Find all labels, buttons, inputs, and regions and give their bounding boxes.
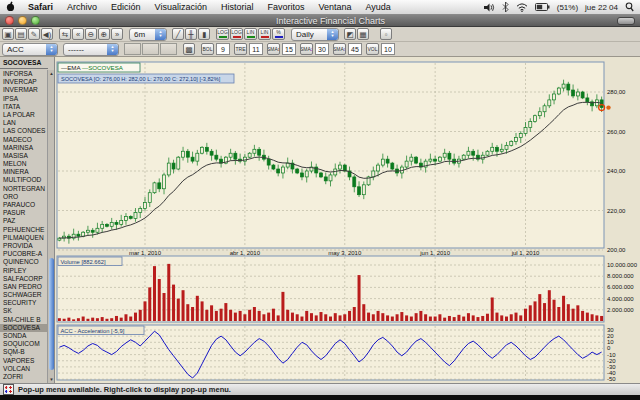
menu-clock[interactable]: jue 22 04 xyxy=(585,3,618,12)
price-pane[interactable] xyxy=(57,62,604,248)
forward-icon[interactable]: » xyxy=(111,28,123,40)
vol-value-field[interactable]: 10 xyxy=(381,43,395,55)
list-item[interactable]: ITATA xyxy=(0,103,48,111)
scroll-down-icon[interactable]: ▼ xyxy=(48,376,55,383)
line-chart-icon[interactable]: ╱ xyxy=(172,28,184,40)
list-item[interactable]: PARAUCO xyxy=(0,201,48,209)
list-item[interactable]: SCHWAGER xyxy=(0,291,48,299)
window-title-bar[interactable]: Interactive Financial Charts xyxy=(0,15,640,27)
scale-log-button[interactable]: LOG xyxy=(230,28,243,40)
list-item[interactable]: VAPORES xyxy=(0,357,48,365)
blank-segment[interactable] xyxy=(142,43,159,55)
list-item[interactable]: PAZ xyxy=(0,217,48,225)
blank-segment[interactable] xyxy=(160,43,177,55)
zoom-in-icon[interactable]: ⊕ xyxy=(98,28,110,40)
chart-window-icon[interactable]: ▣ xyxy=(2,28,14,40)
list-item[interactable]: ORO xyxy=(0,193,48,201)
sma-value-field[interactable]: 15 xyxy=(282,43,296,55)
list-item[interactable]: IPSA xyxy=(0,95,48,103)
indicator-dropdown[interactable]: ACC ▲▼ xyxy=(2,43,58,56)
list-item[interactable]: MELON xyxy=(0,160,48,168)
list-item[interactable]: SAN PEDRO xyxy=(0,283,48,291)
battery-icon[interactable] xyxy=(535,3,550,11)
list-item[interactable]: SOCOVESA xyxy=(0,324,48,332)
scale-lin-button[interactable]: LIN xyxy=(258,28,271,40)
sma-indicator-button[interactable]: SMA1 xyxy=(267,43,280,55)
period-dropdown[interactable]: 6m ▲▼ xyxy=(129,28,167,41)
list-item[interactable]: MINERA xyxy=(0,168,48,176)
edit-chart-icon[interactable]: ✎ xyxy=(28,28,40,40)
list-item[interactable]: LAS CONDES xyxy=(0,127,48,135)
scroll-up-icon[interactable]: ▲ xyxy=(48,70,55,77)
minimize-window-button[interactable] xyxy=(18,16,27,25)
detach-window-icon[interactable]: ▫ xyxy=(380,28,392,40)
wifi-icon[interactable] xyxy=(516,3,528,12)
sma-indicator-button[interactable]: SMA2 xyxy=(300,43,313,55)
bluetooth-icon[interactable] xyxy=(502,2,509,12)
scale-lin-button[interactable]: LIN xyxy=(244,28,257,40)
list-item[interactable]: MULTIFOOD xyxy=(0,176,48,184)
list-item[interactable]: QUINENCO xyxy=(0,258,48,266)
candlestick-chart-icon[interactable]: ▮ xyxy=(198,28,210,40)
grid-icon[interactable]: ▦ xyxy=(357,28,369,40)
zoom-window-button[interactable] xyxy=(31,16,40,25)
scale-log-button[interactable]: LOG xyxy=(216,28,229,40)
list-item[interactable]: SK xyxy=(0,307,48,315)
list-item[interactable]: INVERMAR xyxy=(0,86,48,94)
menu-visualización[interactable]: Visualización xyxy=(148,2,214,12)
sound-icon[interactable]: ◀) xyxy=(41,28,53,40)
volume-icon[interactable] xyxy=(484,3,495,12)
list-item[interactable]: PEHUENCHE xyxy=(0,226,48,234)
back-icon[interactable]: « xyxy=(72,28,84,40)
sma-value-field[interactable]: 30 xyxy=(315,43,329,55)
blank-segment[interactable] xyxy=(124,43,141,55)
list-item[interactable]: LA POLAR xyxy=(0,111,48,119)
refresh-icon[interactable]: ⇆ xyxy=(59,28,71,40)
close-window-button[interactable] xyxy=(5,16,14,25)
scale-pct-button[interactable]: % xyxy=(272,28,285,40)
compare-dropdown[interactable]: ------ ▲▼ xyxy=(63,43,119,56)
toolbar-toggle-capsule[interactable] xyxy=(617,17,635,25)
list-item[interactable]: INFORSA xyxy=(0,70,48,78)
menu-safari[interactable]: Safari xyxy=(21,2,60,12)
interval-dropdown[interactable]: Daily ▲▼ xyxy=(291,28,339,41)
list-item[interactable]: SM-CHILE B xyxy=(0,316,48,324)
list-item[interactable]: PUCOBRE-A xyxy=(0,250,48,258)
list-item[interactable]: PASUR xyxy=(0,209,48,217)
colors-icon[interactable]: ◩ xyxy=(344,28,356,40)
sidebar-scrollbar[interactable]: ▲ ▼ xyxy=(47,70,54,383)
list-item[interactable]: INVERCAP xyxy=(0,78,48,86)
list-item[interactable]: SECURITY xyxy=(0,299,48,307)
list-item[interactable]: PILMAIQUEN xyxy=(0,234,48,242)
list-item[interactable]: MASISA xyxy=(0,152,48,160)
menu-ventana[interactable]: Ventana xyxy=(311,2,358,12)
tre-value-field[interactable]: 11 xyxy=(249,43,263,55)
tre-indicator-button[interactable]: TRE xyxy=(234,43,247,55)
list-item[interactable]: SONDA xyxy=(0,332,48,340)
scrollbar-thumb[interactable] xyxy=(49,258,54,370)
spotlight-icon[interactable] xyxy=(625,2,634,12)
list-item[interactable]: PROVIDA xyxy=(0,242,48,250)
apple-menu-icon[interactable] xyxy=(6,1,15,14)
list-item[interactable]: LAN xyxy=(0,119,48,127)
data-table-icon[interactable]: ▤ xyxy=(15,28,27,40)
list-item[interactable]: NORTEGRAN xyxy=(0,185,48,193)
selected-symbol-header[interactable]: SOCOVESA xyxy=(0,57,48,69)
menu-archivo[interactable]: Archivo xyxy=(60,2,104,12)
list-item[interactable]: SQM-B xyxy=(0,348,48,356)
crosshair-toggle-icon[interactable]: ▩ xyxy=(183,43,195,55)
vol-indicator-button[interactable]: VOL xyxy=(366,43,379,55)
menu-ayuda[interactable]: Ayuda xyxy=(359,2,398,12)
bol-value-field[interactable]: 9 xyxy=(216,43,230,55)
list-item[interactable]: RIPLEY xyxy=(0,267,48,275)
chart-area[interactable]: mar 1, 2010abr 1, 2010may 3, 2010jun 1, … xyxy=(55,57,640,383)
zoom-out-icon[interactable]: ⊖ xyxy=(85,28,97,40)
list-item[interactable]: SALFACORP xyxy=(0,275,48,283)
list-item[interactable]: MADECO xyxy=(0,136,48,144)
list-item[interactable]: MARINSA xyxy=(0,144,48,152)
bol-indicator-button[interactable]: BOL xyxy=(201,43,214,55)
sma-value-field[interactable]: 45 xyxy=(348,43,362,55)
ohlc-chart-icon[interactable]: ╫ xyxy=(185,28,197,40)
list-item[interactable]: SOQUICOM xyxy=(0,340,48,348)
sma-indicator-button[interactable]: SMA3 xyxy=(333,43,346,55)
